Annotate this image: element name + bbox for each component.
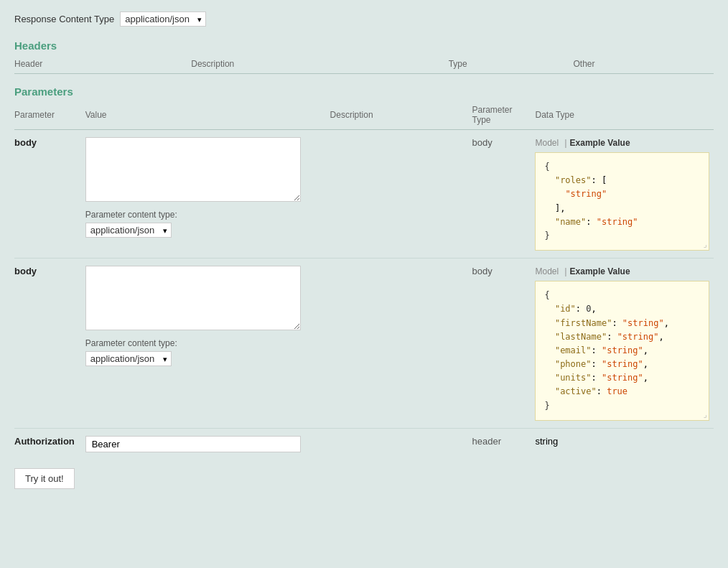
- param-content-type-select-wrapper-1[interactable]: application/json: [85, 223, 172, 238]
- table-row: body Parameter content type: application…: [14, 130, 714, 259]
- params-col-data-type: Data Type: [535, 102, 714, 130]
- param-textarea-body-2[interactable]: [85, 266, 301, 330]
- param-content-type-select-1[interactable]: application/json: [85, 223, 172, 238]
- param-data-type-2: Model | Example Value { "id": 0, "firstN…: [535, 259, 714, 429]
- headers-table: Header Description Type Other: [14, 56, 714, 74]
- example-value-box-2: { "id": 0, "firstName": "string", "lastN…: [535, 281, 709, 421]
- headers-col-description: Description: [191, 56, 448, 74]
- param-description-1: [330, 130, 472, 259]
- param-type-auth: header: [472, 428, 536, 460]
- headers-col-header: Header: [14, 56, 191, 74]
- headers-section: Headers Header Description Type Other: [14, 39, 714, 74]
- param-data-type-1: Model | Example Value { "roles": [ "stri…: [535, 130, 714, 259]
- response-content-type-select[interactable]: application/json text/plain application/…: [120, 11, 206, 27]
- param-type-2: body: [472, 259, 536, 429]
- model-button-1[interactable]: Model: [535, 138, 561, 148]
- param-type-1: body: [472, 130, 536, 259]
- param-textarea-body-1[interactable]: [85, 137, 301, 202]
- params-col-description: Description: [330, 102, 472, 130]
- param-description-auth: [330, 428, 472, 460]
- example-value-button-2[interactable]: Example Value: [570, 266, 630, 276]
- param-content-type-label-1: Parameter content type:: [85, 210, 326, 220]
- example-value-button-1[interactable]: Example Value: [570, 138, 630, 148]
- try-it-out-button[interactable]: Try it out!: [14, 468, 75, 489]
- authorization-input[interactable]: [85, 436, 301, 452]
- parameters-table: Parameter Value Description ParameterTyp…: [14, 102, 714, 460]
- param-content-type-label-2: Parameter content type:: [85, 338, 326, 348]
- param-description-2: [330, 259, 472, 429]
- headers-col-other: Other: [573, 56, 714, 74]
- param-name-body-2: body: [14, 259, 85, 429]
- response-content-type-label: Response Content Type: [14, 14, 114, 24]
- headers-col-type: Type: [449, 56, 574, 74]
- separator-2: |: [564, 266, 566, 276]
- model-button-2[interactable]: Model: [535, 266, 561, 276]
- params-col-parameter: Parameter: [14, 102, 85, 130]
- response-content-type-row: Response Content Type application/json t…: [14, 11, 714, 27]
- parameters-section: Parameters Parameter Value Description P…: [14, 85, 714, 460]
- response-content-type-select-wrapper[interactable]: application/json text/plain application/…: [120, 11, 206, 27]
- headers-title: Headers: [14, 39, 714, 52]
- param-data-type-auth: string: [535, 428, 714, 460]
- param-value-body-1: Parameter content type: application/json: [85, 130, 330, 259]
- model-example-toggle-1: Model | Example Value: [535, 137, 709, 148]
- example-value-box-1: { "roles": [ "string" ], "name": "string…: [535, 152, 709, 251]
- param-value-authorization[interactable]: [85, 428, 330, 460]
- params-col-param-type: ParameterType: [472, 102, 536, 130]
- model-example-toggle-2: Model | Example Value: [535, 266, 709, 276]
- params-tbody: body Parameter content type: application…: [14, 130, 714, 460]
- param-value-body-2: Parameter content type: application/json: [85, 259, 330, 429]
- table-row: Authorization header string: [14, 428, 714, 460]
- param-name-body-1: body: [14, 130, 85, 259]
- main-container: Response Content Type application/json t…: [0, 0, 728, 568]
- headers-header-row: Header Description Type Other: [14, 56, 714, 74]
- param-content-type-select-2[interactable]: application/json: [85, 351, 172, 366]
- params-header-row: Parameter Value Description ParameterTyp…: [14, 102, 714, 130]
- param-content-type-select-wrapper-2[interactable]: application/json: [85, 351, 172, 366]
- separator-1: |: [564, 137, 566, 148]
- param-name-authorization: Authorization: [14, 428, 85, 460]
- parameters-title: Parameters: [14, 85, 714, 98]
- params-col-value: Value: [85, 102, 330, 130]
- table-row: body Parameter content type: application…: [14, 259, 714, 429]
